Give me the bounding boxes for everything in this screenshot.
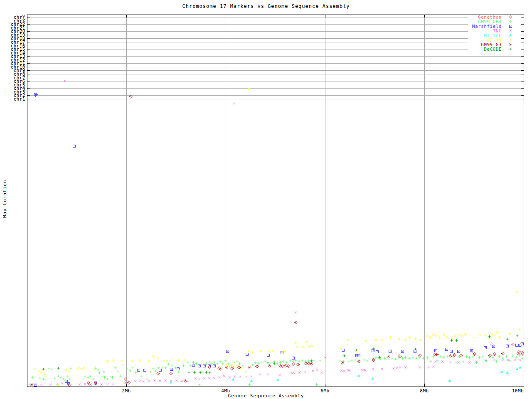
data-point — [428, 367, 430, 369]
data-point-dot — [193, 365, 194, 365]
data-point-dot — [516, 345, 517, 345]
data-point — [66, 375, 69, 377]
data-point — [216, 362, 219, 365]
data-point — [458, 362, 460, 364]
data-point — [514, 359, 516, 361]
data-point — [167, 363, 170, 365]
data-point-dot — [474, 354, 475, 355]
data-point-dot — [493, 346, 494, 347]
data-point — [357, 374, 360, 377]
data-point — [308, 360, 310, 362]
data-point-dot — [35, 384, 36, 385]
data-point — [396, 367, 398, 369]
data-point — [498, 336, 500, 339]
data-point — [248, 88, 250, 90]
data-point-dot — [373, 360, 374, 360]
data-point — [502, 357, 504, 360]
data-point — [446, 335, 448, 338]
data-point — [298, 360, 300, 363]
data-point-dot — [239, 367, 239, 368]
data-point — [507, 359, 509, 361]
data-point — [182, 365, 185, 367]
data-point — [414, 337, 416, 340]
data-point — [458, 333, 461, 336]
data-point-dot — [518, 353, 519, 354]
data-point — [177, 359, 180, 362]
data-point — [65, 369, 67, 371]
data-point — [347, 360, 350, 362]
data-point — [234, 376, 236, 378]
data-point — [227, 362, 230, 365]
data-point — [234, 366, 236, 369]
data-point-dot — [471, 350, 472, 351]
data-point-dot — [485, 347, 486, 348]
data-point-dot — [296, 322, 296, 323]
data-point-dot — [209, 367, 210, 367]
data-point — [106, 378, 109, 380]
data-point-dot — [398, 354, 399, 355]
data-point — [319, 360, 321, 362]
data-point — [94, 367, 97, 369]
data-point-dot — [311, 363, 312, 364]
data-point-dot — [247, 354, 248, 355]
data-point — [286, 361, 288, 364]
data-point — [84, 383, 86, 385]
data-point-dot — [358, 355, 359, 356]
data-point — [355, 349, 357, 351]
data-point-dot — [227, 351, 228, 352]
data-point — [112, 359, 115, 362]
data-point-dot — [69, 384, 70, 385]
chart-title: Chromosome 17 Markers vs Genome Sequence… — [0, 3, 532, 9]
data-point — [454, 335, 456, 337]
data-point-dot — [454, 355, 455, 355]
data-point — [509, 332, 511, 335]
data-point-dot — [204, 365, 205, 366]
data-point — [466, 355, 468, 358]
data-point — [468, 362, 470, 364]
data-point — [69, 367, 72, 369]
data-point — [315, 383, 318, 386]
data-point — [419, 367, 421, 369]
data-point — [189, 365, 192, 367]
data-point — [39, 377, 41, 379]
data-point — [434, 361, 436, 363]
data-point — [361, 369, 363, 371]
data-point-dot — [293, 357, 294, 358]
data-point — [257, 362, 260, 365]
data-point — [363, 359, 365, 361]
data-point — [109, 375, 111, 377]
data-point — [312, 370, 314, 372]
data-point — [443, 333, 445, 336]
data-point-dot — [492, 344, 493, 345]
data-point-dot — [306, 363, 307, 364]
data-point — [195, 362, 197, 365]
data-point — [208, 361, 211, 363]
data-point — [311, 345, 313, 347]
data-point — [44, 379, 47, 381]
data-point-dot — [125, 379, 126, 379]
data-point — [203, 377, 205, 379]
data-point — [238, 362, 241, 365]
data-point — [261, 362, 263, 364]
data-point — [449, 362, 451, 364]
data-point — [76, 368, 79, 370]
chromosome-label-chr1: chr1 — [14, 96, 26, 102]
data-point — [184, 359, 186, 362]
data-point — [276, 379, 279, 381]
data-point-dot — [522, 352, 523, 353]
data-point — [89, 375, 92, 377]
data-point — [54, 377, 56, 379]
data-point — [148, 380, 150, 382]
data-point-dot — [249, 367, 250, 368]
data-point — [208, 377, 210, 379]
data-point — [372, 368, 374, 370]
data-point-dot — [446, 349, 447, 350]
plot-canvas: Chromosome 17 Markers vs Genome Sequence… — [0, 0, 532, 399]
data-point — [87, 376, 89, 379]
data-point — [57, 375, 59, 377]
data-point — [83, 367, 85, 369]
data-point-dot — [66, 381, 67, 382]
data-point — [371, 377, 374, 380]
data-point — [251, 364, 254, 366]
data-point — [289, 360, 291, 362]
